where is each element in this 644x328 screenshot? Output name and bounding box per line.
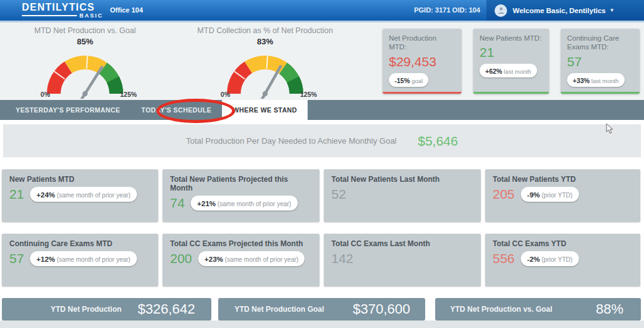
tab-where-we-stand[interactable]: WHERE WE STAND [222,100,308,120]
bar-value: 88% [596,301,623,317]
badge-percent: +12% [36,256,55,263]
daily-goal-banner: Total Production Per Day Needed to Achie… [3,124,641,157]
stat-card-cc-exams-mtd: Continuing Care Exams MTD: 57 +33% last … [561,29,640,94]
brand-name: DENTILYTICS [22,2,103,12]
stat-badge: +62% last month [480,64,537,77]
banner-label: Total Production Per Day Needed to Achie… [186,136,397,146]
card-new-patients-projected: Total New Patients Projected this Month … [163,169,319,222]
stat-value: 21 [480,45,543,60]
brand-subtitle: BASIC [79,12,103,19]
stat-title: Continuing Care Exams MTD: [567,34,633,52]
card-title: New Patients MTD [9,175,151,184]
ytd-net-production-vs-goal-bar: YTD Net Production vs. Goal 88% [435,298,641,321]
stat-value: 57 [567,54,633,69]
card-badge: +23% (same month of prior year) [198,251,304,266]
badge-suffix: (prior YTD) [540,256,573,263]
chevron-down-icon: ▼ [610,7,615,13]
gauge-max-label: 125% [120,91,138,98]
badge-suffix: last month [502,68,531,75]
card-cc-exams-last-month: Total CC Exams Last Month 142 [324,234,481,286]
card-value: 142 [331,251,353,266]
gauge-chart: 85% 0% 125% [10,36,160,99]
card-new-patients-ytd: Total New Patients YTD 205 -9% (prior YT… [485,169,640,222]
bar-value: $326,642 [138,301,195,317]
bar-label: YTD Net Production [51,305,121,314]
stat-title: New Patients MTD: [480,34,543,42]
card-cc-exams-ytd: Total CC Exams YTD 556 -2% (prior YTD) [485,234,640,286]
card-value: 556 [493,251,515,266]
gauge-min-label: 0% [221,91,231,98]
card-new-patients-mtd: New Patients MTD 21 +24% (same month of … [2,169,158,222]
badge-suffix: (same month of prior year) [55,192,131,199]
badge-suffix: (same month of prior year) [55,256,131,263]
brand-underline [22,15,77,16]
badge-percent: +24% [36,191,55,199]
stat-card-new-patients-mtd: New Patients MTD: 21 +62% last month [473,29,549,94]
tab-bar: YESTERDAY'S PERFORMANCE TODAY'S SCHEDULE… [0,100,644,120]
pgid-oid-label: PGID: 3171 OID: 104 [414,0,480,21]
badge-percent: -9% [527,191,540,199]
card-value: 74 [170,196,184,211]
stat-card-net-production-mtd: Net Production MTD: $29,453 -15% goal [383,29,461,94]
header-bar: DENTILYTICS BASIC Office 104 PGID: 3171 … [0,0,644,21]
card-value: 52 [331,187,346,202]
badge-suffix: (prior YTD) [540,192,573,199]
card-title: Continuing Care Exams MTD [9,239,151,248]
card-title: Total New Patients YTD [493,175,633,184]
badge-percent: +21% [197,200,216,207]
badge-percent: -15% [395,77,410,84]
card-title: Total New Patients Projected this Month [170,175,312,192]
card-title: Total CC Exams Projected this Month [170,239,312,248]
badge-percent: +62% [485,67,502,75]
top-summary-section: MTD Net Production vs. Goal 85% 0% 125% … [0,22,644,100]
card-badge: +12% (same month of prior year) [30,251,136,266]
gauge-value-label: 85% [77,37,93,46]
stat-value: $29,453 [389,54,455,69]
bar-label: YTD Net Production Goal [234,305,324,314]
card-value: 205 [493,187,515,202]
gauge-max-label: 125% [300,91,318,98]
badge-percent: +33% [573,77,590,84]
dashboard-root: DENTILYTICS BASIC Office 104 PGID: 3171 … [0,0,644,328]
card-title: Total New Patients Last Month [331,175,473,184]
card-new-patients-last-month: Total New Patients Last Month 52 [324,169,481,222]
ytd-net-production-goal-bar: YTD Net Production Goal $370,600 [218,298,425,321]
card-badge: +21% (same month of prior year) [191,196,297,211]
card-title: Total CC Exams Last Month [331,239,473,248]
gauge-min-label: 0% [41,91,51,98]
badge-suffix: (same month of prior year) [216,201,291,207]
banner-value: $5,646 [418,134,458,149]
badge-suffix: (same month of prior year) [223,256,299,263]
badge-percent: -2% [527,256,540,263]
footer-strip [0,321,644,328]
gauge-title: MTD Collection as % of Net Production [181,26,349,36]
user-menu[interactable]: Welcome Basic, Dentilytics ▼ [486,0,644,21]
badge-percent: +23% [204,256,223,263]
tab-yesterdays-performance[interactable]: YESTERDAY'S PERFORMANCE [5,100,131,120]
card-title: Total CC Exams YTD [493,239,633,248]
card-cc-exams-mtd: Continuing Care Exams MTD 57 +12% (same … [2,234,158,286]
bar-label: YTD Net Production vs. Goal [450,305,552,314]
card-badge: -2% (prior YTD) [521,251,579,266]
gauge-value-label: 83% [257,37,273,46]
card-badge: +24% (same month of prior year) [30,187,136,202]
card-badge: -9% (prior YTD) [521,187,579,202]
gauge-collection-percent: MTD Collection as % of Net Production 83… [181,26,349,99]
badge-suffix: last month [590,77,618,84]
stat-badge: +33% last month [567,73,625,87]
card-value: 200 [170,251,192,266]
gauge-chart: 83% 0% 125% [190,36,340,99]
tab-todays-schedule[interactable]: TODAY'S SCHEDULE [131,100,222,120]
office-label: Office 104 [110,0,143,21]
stat-title: Net Production MTD: [389,34,455,52]
brand-logo: DENTILYTICS BASIC [22,2,103,19]
gauge-net-production: MTD Net Production vs. Goal 85% 0% 125% [1,26,169,99]
card-value: 57 [9,251,24,266]
stat-badge: -15% goal [389,73,428,87]
welcome-label: Welcome Basic, Dentilytics [513,7,606,14]
badge-suffix: goal [410,77,423,84]
card-value: 21 [9,187,24,202]
card-cc-exams-projected: Total CC Exams Projected this Month 200 … [163,234,319,286]
bar-value: $370,600 [353,301,410,317]
ytd-net-production-bar: YTD Net Production $326,642 [2,298,211,321]
